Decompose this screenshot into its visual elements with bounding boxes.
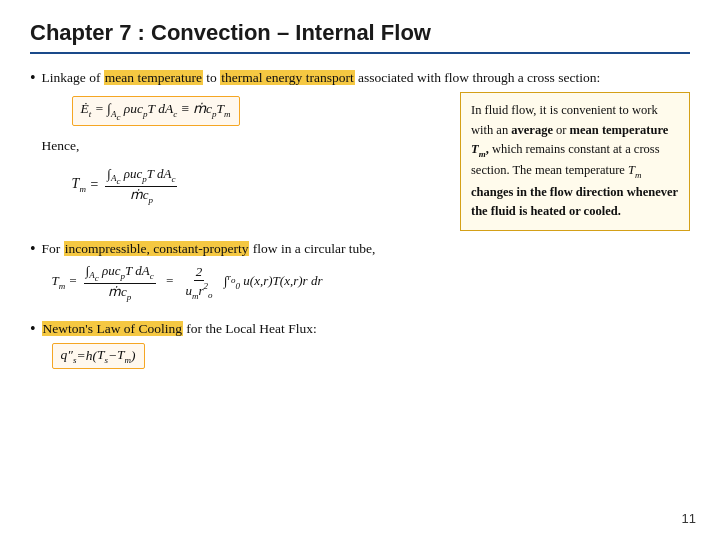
tm2-den2: umr2o — [183, 281, 214, 300]
tm-fraction: ∫Ac ρucpT dAc ṁcp — [105, 166, 177, 205]
bullet-3-text: Newton's Law of Cooling for the Local He… — [42, 319, 690, 339]
tm-denominator: ṁcp — [128, 187, 155, 205]
tm2-num: ∫Ac ρucpT dAc — [84, 263, 156, 284]
bullet-2-marker: • — [30, 240, 36, 258]
hence-text: Hence, — [42, 138, 446, 154]
newtons-law-highlight: Newton's Law of Cooling — [42, 321, 183, 336]
page-number: 11 — [682, 511, 696, 526]
infobox-text-1: In fluid flow, it is convenient to work … — [471, 103, 678, 218]
newtons-formula-container: q″s = h(Ts − Tm) — [42, 343, 690, 369]
tm-numerator: ∫Ac ρucpT dAc — [105, 166, 177, 187]
formula-left-1: Ėt = ∫Ac ρucpT dAc ≡ ṁcpTm Hence, Tm = ∫… — [42, 92, 446, 208]
energy-equation-box: Ėt = ∫Ac ρucpT dAc ≡ ṁcpTm — [72, 96, 240, 125]
thermal-energy-highlight: thermal energy transport — [220, 70, 354, 85]
tm2-num2: 2 — [194, 264, 205, 281]
bullet-3-marker: • — [30, 320, 36, 338]
formula-energy: Ėt = ∫Ac ρucpT dAc ≡ ṁcpTm — [42, 96, 446, 125]
bullet-1-content: Linkage of mean temperature to thermal e… — [42, 68, 690, 231]
header: Chapter 7 : Convection – Internal Flow — [30, 20, 690, 54]
bullet-3-content: Newton's Law of Cooling for the Local He… — [42, 319, 690, 369]
bullet-2-section: • For incompressible, constant-property … — [30, 239, 690, 305]
incompressible-highlight: incompressible, constant-property — [64, 241, 250, 256]
energy-lhs: Ėt = ∫Ac ρucpT dAc ≡ ṁcpTm — [81, 100, 231, 121]
tm2-den: ṁcp — [106, 284, 133, 302]
tm2-fraction: ∫Ac ρucpT dAc ṁcp — [84, 263, 156, 302]
tm2-fraction2: 2 umr2o — [183, 264, 214, 300]
bullet-3-section: • Newton's Law of Cooling for the Local … — [30, 319, 690, 369]
info-box: In fluid flow, it is convenient to work … — [460, 92, 690, 230]
formula-tm: Tm = ∫Ac ρucpT dAc ṁcp — [42, 166, 446, 205]
page: Chapter 7 : Convection – Internal Flow •… — [0, 0, 720, 540]
bullet-2-text: For incompressible, constant-property fl… — [42, 239, 690, 259]
page-title: Chapter 7 : Convection – Internal Flow — [30, 20, 431, 46]
content: • Linkage of mean temperature to thermal… — [30, 68, 690, 369]
formula-block-1: Ėt = ∫Ac ρucpT dAc ≡ ṁcpTm Hence, Tm = ∫… — [42, 92, 690, 230]
mean-temp-highlight: mean temperature — [104, 70, 203, 85]
bullet-1-text: Linkage of mean temperature to thermal e… — [42, 68, 690, 88]
bullet-2-content: For incompressible, constant-property fl… — [42, 239, 690, 305]
formula-tm2-row: Tm = ∫Ac ρucpT dAc ṁcp = 2 umr2o ∫ro0 u(… — [42, 263, 690, 302]
bullet-1-marker: • — [30, 69, 36, 87]
bullet-1-section: • Linkage of mean temperature to thermal… — [30, 68, 690, 231]
newtons-formula-box: q″s = h(Ts − Tm) — [52, 343, 145, 369]
